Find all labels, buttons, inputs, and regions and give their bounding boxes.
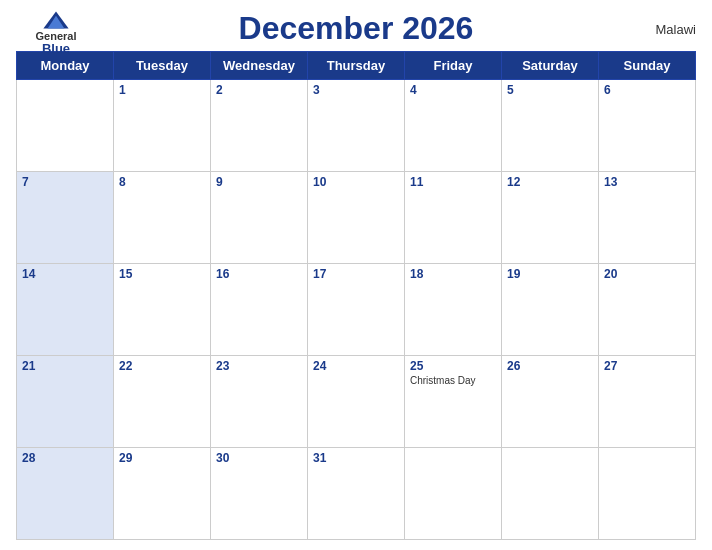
date-number: 2 — [216, 83, 302, 97]
calendar-cell: 24 — [308, 356, 405, 448]
date-number: 4 — [410, 83, 496, 97]
calendar-cell: 26 — [502, 356, 599, 448]
calendar-cell: 5 — [502, 80, 599, 172]
date-number: 18 — [410, 267, 496, 281]
calendar-cell: 31 — [308, 448, 405, 540]
calendar-cell: 20 — [599, 264, 696, 356]
calendar-cell: 27 — [599, 356, 696, 448]
calendar-cell: 23 — [211, 356, 308, 448]
calendar-cell — [17, 80, 114, 172]
calendar-cell: 29 — [114, 448, 211, 540]
calendar-cell: 18 — [405, 264, 502, 356]
calendar-cell: 13 — [599, 172, 696, 264]
header: General Blue December 2026 Malawi — [16, 10, 696, 47]
calendar-cell: 15 — [114, 264, 211, 356]
date-number: 17 — [313, 267, 399, 281]
day-header-friday: Friday — [405, 52, 502, 80]
calendar-cell — [405, 448, 502, 540]
calendar-cell: 1 — [114, 80, 211, 172]
country-label: Malawi — [656, 21, 696, 36]
calendar-cell: 14 — [17, 264, 114, 356]
calendar-cell: 17 — [308, 264, 405, 356]
calendar-cell: 30 — [211, 448, 308, 540]
calendar-cell: 10 — [308, 172, 405, 264]
date-number: 13 — [604, 175, 690, 189]
calendar-cell: 7 — [17, 172, 114, 264]
date-number: 5 — [507, 83, 593, 97]
calendar-cell: 21 — [17, 356, 114, 448]
day-header-tuesday: Tuesday — [114, 52, 211, 80]
calendar-cell: 19 — [502, 264, 599, 356]
date-number: 16 — [216, 267, 302, 281]
page-title: December 2026 — [239, 10, 474, 47]
logo: General Blue — [16, 10, 96, 55]
calendar-cell — [502, 448, 599, 540]
date-number: 11 — [410, 175, 496, 189]
event-label: Christmas Day — [410, 375, 496, 386]
calendar: MondayTuesdayWednesdayThursdayFridaySatu… — [16, 51, 696, 540]
date-number: 10 — [313, 175, 399, 189]
calendar-week-4: 2122232425Christmas Day2627 — [17, 356, 696, 448]
calendar-cell: 12 — [502, 172, 599, 264]
date-number: 24 — [313, 359, 399, 373]
calendar-cell: 9 — [211, 172, 308, 264]
logo-icon — [42, 10, 70, 30]
calendar-cell: 4 — [405, 80, 502, 172]
date-number: 31 — [313, 451, 399, 465]
date-number: 29 — [119, 451, 205, 465]
date-number: 30 — [216, 451, 302, 465]
calendar-week-2: 78910111213 — [17, 172, 696, 264]
date-number: 9 — [216, 175, 302, 189]
date-number: 25 — [410, 359, 496, 373]
calendar-cell: 6 — [599, 80, 696, 172]
calendar-cell: 11 — [405, 172, 502, 264]
date-number: 26 — [507, 359, 593, 373]
logo-blue: Blue — [42, 42, 70, 55]
calendar-cell: 8 — [114, 172, 211, 264]
day-header-saturday: Saturday — [502, 52, 599, 80]
date-number: 1 — [119, 83, 205, 97]
date-number: 3 — [313, 83, 399, 97]
calendar-cell: 28 — [17, 448, 114, 540]
date-number: 7 — [22, 175, 108, 189]
date-number: 6 — [604, 83, 690, 97]
date-number: 23 — [216, 359, 302, 373]
calendar-cell: 16 — [211, 264, 308, 356]
day-header-thursday: Thursday — [308, 52, 405, 80]
day-header-sunday: Sunday — [599, 52, 696, 80]
day-header-wednesday: Wednesday — [211, 52, 308, 80]
date-number: 15 — [119, 267, 205, 281]
calendar-body: 1234567891011121314151617181920212223242… — [17, 80, 696, 540]
date-number: 14 — [22, 267, 108, 281]
date-number: 12 — [507, 175, 593, 189]
date-number: 21 — [22, 359, 108, 373]
calendar-week-5: 28293031 — [17, 448, 696, 540]
calendar-header-row: MondayTuesdayWednesdayThursdayFridaySatu… — [17, 52, 696, 80]
calendar-cell: 22 — [114, 356, 211, 448]
calendar-cell: 25Christmas Day — [405, 356, 502, 448]
calendar-cell: 3 — [308, 80, 405, 172]
date-number: 20 — [604, 267, 690, 281]
date-number: 28 — [22, 451, 108, 465]
date-number: 27 — [604, 359, 690, 373]
calendar-cell: 2 — [211, 80, 308, 172]
date-number: 8 — [119, 175, 205, 189]
date-number: 19 — [507, 267, 593, 281]
calendar-cell — [599, 448, 696, 540]
calendar-week-3: 14151617181920 — [17, 264, 696, 356]
calendar-week-1: 123456 — [17, 80, 696, 172]
date-number: 22 — [119, 359, 205, 373]
